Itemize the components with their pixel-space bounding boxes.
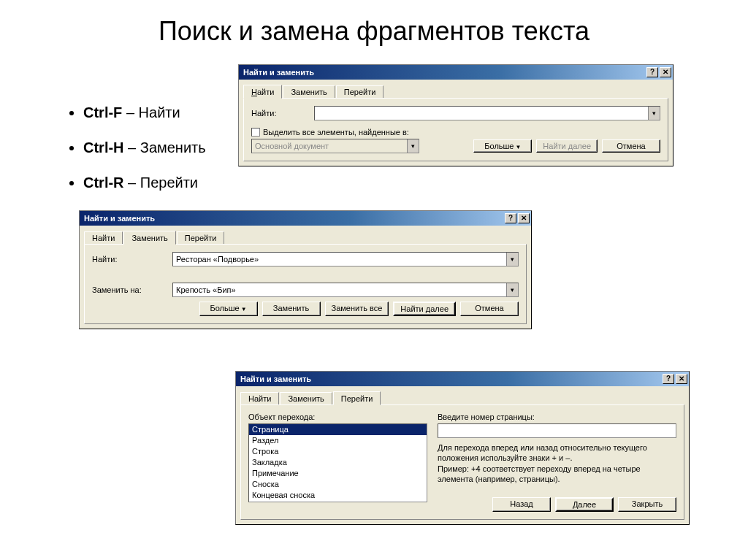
- close-icon[interactable]: ✕: [518, 213, 530, 223]
- find-label: Найти:: [251, 109, 314, 118]
- find-replace-dialog-find: Найти и заменить ? ✕ Найти Заменить Пере…: [238, 64, 673, 166]
- tab-strip: Найти Заменить Перейти: [240, 391, 684, 405]
- highlight-all-label: Выделить все элементы, найденные в:: [263, 128, 409, 137]
- tab-replace[interactable]: Заменить: [123, 231, 175, 245]
- close-icon[interactable]: ✕: [676, 374, 687, 384]
- list-item: Ctrl-F – Найти: [83, 95, 206, 130]
- replace-label: Заменить на:: [92, 285, 172, 294]
- list-item: Ctrl-H – Заменить: [83, 130, 206, 165]
- goto-object-list[interactable]: Страница Раздел Строка Закладка Примечан…: [248, 423, 427, 502]
- list-item[interactable]: Раздел: [249, 435, 427, 446]
- dialog-title: Найти и заменить: [240, 375, 311, 383]
- cancel-button[interactable]: Отмена: [602, 139, 660, 153]
- tab-goto[interactable]: Перейти: [333, 391, 381, 405]
- replace-input[interactable]: Крепость «Бип»: [172, 283, 519, 297]
- find-label: Найти:: [92, 255, 172, 264]
- tab-strip: Найти Заменить Перейти: [243, 84, 668, 99]
- titlebar: Найти и заменить ? ✕: [239, 65, 673, 80]
- find-input[interactable]: Ресторан «Подворье»: [172, 252, 519, 266]
- list-item[interactable]: Строка: [249, 446, 427, 457]
- next-button[interactable]: Далее: [555, 497, 614, 512]
- dropdown-arrow-icon: [407, 139, 419, 153]
- back-button[interactable]: Назад: [492, 497, 551, 512]
- replace-all-button[interactable]: Заменить все: [325, 302, 389, 316]
- dialog-title: Найти и заменить: [84, 214, 155, 223]
- list-item[interactable]: Страница: [249, 424, 427, 435]
- list-item: Ctrl-R – Перейти: [83, 165, 206, 200]
- goto-number-input[interactable]: [438, 423, 676, 438]
- scope-dropdown: Основной документ: [251, 139, 419, 153]
- help-icon[interactable]: ?: [505, 213, 516, 223]
- find-replace-dialog-goto: Найти и заменить ? ✕ Найти Заменить Пере…: [235, 371, 690, 525]
- dialog-title: Найти и заменить: [243, 68, 314, 77]
- list-item[interactable]: Концевая сноска: [249, 490, 427, 501]
- page-title: Поиск и замена фрагментов текста: [0, 0, 748, 47]
- cancel-button[interactable]: Отмена: [460, 302, 519, 316]
- titlebar: Найти и заменить ? ✕: [80, 211, 531, 226]
- goto-help-text: Для перехода вперед или назад относитель…: [438, 442, 676, 484]
- list-item[interactable]: Закладка: [249, 457, 427, 468]
- find-next-button[interactable]: Найти далее: [536, 139, 598, 153]
- help-icon[interactable]: ?: [646, 67, 658, 77]
- dropdown-arrow-icon[interactable]: [506, 283, 518, 296]
- tab-find[interactable]: Найти: [243, 85, 282, 99]
- dropdown-arrow-icon[interactable]: [506, 253, 518, 266]
- find-input[interactable]: [314, 106, 660, 120]
- highlight-all-checkbox[interactable]: [251, 128, 260, 137]
- tab-strip: Найти Заменить Перейти: [84, 230, 527, 245]
- list-item[interactable]: Примечание: [249, 468, 427, 479]
- replace-button[interactable]: Заменить: [262, 302, 321, 316]
- close-icon[interactable]: ✕: [660, 67, 671, 77]
- titlebar: Найти и заменить ? ✕: [236, 372, 689, 386]
- goto-number-label: Введите номер страницы:: [438, 413, 676, 421]
- find-replace-dialog-replace: Найти и заменить ? ✕ Найти Заменить Пере…: [79, 210, 532, 329]
- shortcut-list: Ctrl-F – Найти Ctrl-H – Заменить Ctrl-R …: [37, 95, 206, 200]
- more-button[interactable]: Больше▼: [473, 139, 532, 153]
- dropdown-arrow-icon[interactable]: [648, 107, 660, 120]
- more-button[interactable]: Больше▼: [199, 302, 258, 316]
- close-button[interactable]: Закрыть: [618, 497, 676, 512]
- list-item[interactable]: Сноска: [249, 479, 427, 490]
- find-next-button[interactable]: Найти далее: [393, 302, 456, 316]
- goto-object-label: Объект перехода:: [248, 413, 427, 421]
- help-icon[interactable]: ?: [663, 374, 674, 384]
